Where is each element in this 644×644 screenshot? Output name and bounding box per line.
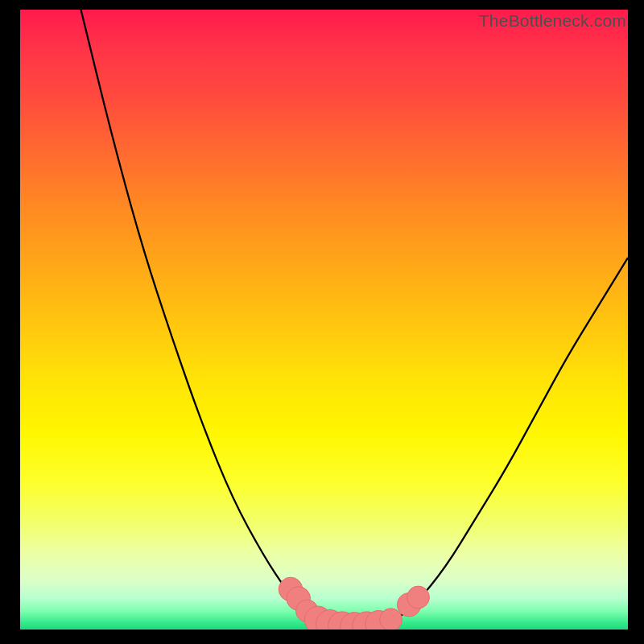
watermark-text: TheBottleneck.com [479, 11, 626, 31]
chart-svg [20, 10, 628, 630]
chart-markers [279, 577, 429, 630]
chart-frame: TheBottleneck.com [0, 0, 644, 644]
bottleneck-curve [81, 10, 629, 628]
chart-curve [81, 10, 629, 628]
chart-marker [407, 586, 430, 609]
chart-marker [380, 609, 402, 630]
chart-plot-area [20, 10, 628, 630]
